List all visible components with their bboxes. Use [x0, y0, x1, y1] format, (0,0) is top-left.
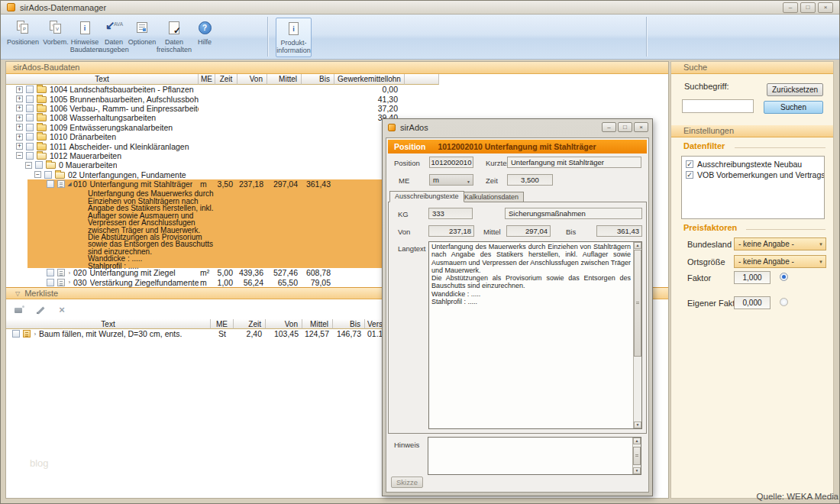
merkliste-row[interactable]: › Baum fällen, mit Wurzel, D=30 cm, ents… [6, 329, 439, 338]
column-header-gewerkemittellohn[interactable]: Gewerkemittellohn [334, 74, 405, 85]
mittel-field[interactable]: 297,04 [506, 225, 551, 237]
row-checkbox[interactable] [26, 143, 34, 150]
column-header-text[interactable]: Text [6, 319, 211, 329]
row-checkbox[interactable] [12, 330, 20, 338]
table-row[interactable]: + 1008 Wasserhaltungsarbeiten 39,40 [6, 113, 439, 122]
maximize-button[interactable]: □ [800, 2, 816, 13]
von-field[interactable]: 237,18 [428, 225, 474, 237]
expander-toggle[interactable]: + [16, 124, 23, 131]
ortsgroesse-select[interactable]: - keine Angabe - [734, 255, 826, 268]
row-checkbox[interactable] [26, 124, 34, 131]
datenfilter-listbox[interactable]: ✓ Ausschreibungstexte Neubau ✓ VOB Vorbe… [681, 156, 825, 219]
column-header-bis[interactable]: Bis [333, 319, 365, 329]
delete-icon[interactable] [57, 305, 67, 315]
daten-freischalten-button[interactable]: ✓ Daten freischalten [157, 18, 192, 57]
scroll-up-icon[interactable]: ▲ [633, 438, 641, 444]
scroll-up-icon[interactable]: ▲ [634, 242, 641, 249]
collapsed-marker-icon[interactable]: › [67, 279, 72, 285]
column-header-me[interactable]: ME [199, 74, 215, 85]
table-row[interactable]: + 1005 Brunnenbauarbeiten, Aufschlussboh… [6, 94, 439, 103]
scrollbar[interactable]: ▲ ▼ [633, 242, 641, 428]
row-checkbox[interactable] [26, 95, 34, 103]
column-header-mittel[interactable]: Mittel [302, 319, 333, 329]
row-checkbox[interactable] [26, 152, 34, 160]
faktor-radio[interactable] [780, 273, 788, 281]
table-row[interactable]: + 1010 Dränarbeiten [6, 132, 439, 141]
column-header-text[interactable]: Text [6, 74, 199, 85]
vorbem-button[interactable]: VV Vorbem. [40, 18, 71, 57]
faktor-input[interactable]: 1,000 [734, 271, 771, 284]
skizze-button[interactable]: Skizze [391, 477, 423, 488]
search-input[interactable] [682, 99, 754, 113]
langtext-textarea[interactable]: Unterfangung des Mauerwerks durch Einzie… [428, 241, 642, 429]
column-header-zeit[interactable]: Zeit [215, 74, 237, 85]
tab-kalkulationsdaten[interactable]: Kalkulationsdaten [459, 192, 524, 202]
row-checkbox[interactable] [47, 269, 54, 276]
row-checkbox[interactable] [47, 180, 54, 188]
filter-item[interactable]: ✓ VOB Vorbemerkungen und Vertragsbed... [686, 170, 824, 180]
zeit-field[interactable]: 3,500 [507, 174, 553, 186]
minimize-button[interactable]: – [783, 2, 798, 13]
position-field[interactable]: 1012002010 [429, 157, 473, 168]
expander-toggle[interactable]: + [16, 115, 23, 121]
expander-toggle[interactable]: − [25, 162, 32, 169]
positionen-button[interactable]: PP Positionen [5, 18, 40, 57]
column-header-me[interactable]: ME [211, 319, 234, 329]
expanded-marker-icon[interactable]: ◢ [67, 181, 72, 187]
suchen-button[interactable]: Suchen [764, 101, 823, 114]
filter-checkbox[interactable]: ✓ [686, 171, 693, 179]
scroll-down-icon[interactable]: ▼ [633, 467, 641, 474]
collapse-triangle-icon[interactable]: ▽ [15, 288, 20, 299]
hinweis-textarea[interactable]: ▲ ▼ [428, 437, 641, 475]
table-row-selected[interactable]: ◢ 010 Unterfangung mit Stahlträger m 3,5… [6, 179, 439, 189]
eigener-faktor-input[interactable]: 0,000 [734, 296, 771, 309]
column-header-mittel[interactable]: Mittel [267, 74, 302, 85]
add-to-merkliste-icon[interactable] [14, 305, 24, 315]
collapsed-marker-icon[interactable]: › [67, 270, 72, 276]
row-checkbox[interactable] [44, 171, 52, 179]
table-row[interactable]: › 020 Unterfangung mit Ziegel m² 5,00 43… [6, 268, 439, 277]
close-button[interactable]: × [634, 122, 648, 132]
column-header-bis[interactable]: Bis [302, 74, 334, 85]
table-row[interactable]: − 1012 Mauerarbeiten [6, 151, 439, 160]
column-header-von[interactable]: Von [266, 319, 302, 329]
row-checkbox[interactable] [26, 86, 34, 93]
collapsed-marker-icon[interactable]: › [33, 331, 37, 337]
expander-toggle[interactable]: + [16, 143, 23, 150]
hilfe-button[interactable]: ? Hilfe [192, 18, 218, 57]
kurztext-field[interactable]: Unterfangung mit Stahlträger [507, 157, 641, 168]
zuruecksetzen-button[interactable]: Zurücksetzen [767, 83, 823, 96]
table-row[interactable]: + 1011 Abscheider- und Kleinkläranlagen [6, 141, 439, 150]
bundesland-select[interactable]: - keine Angabe - [734, 237, 826, 250]
maximize-button[interactable]: □ [618, 122, 632, 132]
column-header-von[interactable]: Von [237, 74, 267, 85]
suche-section-header[interactable]: Suche [671, 62, 833, 74]
row-checkbox[interactable] [47, 279, 54, 286]
table-row[interactable]: + 1006 Verbau-, Ramm- und Einpressarbeit… [6, 104, 439, 113]
table-row[interactable]: − 0 Mauerarbeiten [6, 160, 439, 170]
table-row[interactable]: + 1009 Entwässerungskanalarbeiten [6, 123, 439, 132]
expander-toggle[interactable]: + [16, 95, 23, 102]
bis-field[interactable]: 361,43 [596, 225, 642, 237]
table-row[interactable]: › 030 Verstärkung Ziegelfundamente mit m… [6, 278, 439, 287]
table-row[interactable]: + 1004 Landschaftsbauarbeiten - Pflanzen… [6, 85, 439, 94]
edit-icon[interactable] [35, 305, 46, 315]
close-button[interactable]: × [818, 2, 833, 13]
kg-field[interactable]: 333 [428, 208, 473, 219]
row-checkbox[interactable] [26, 114, 34, 121]
eigener-faktor-radio[interactable] [780, 298, 788, 306]
expander-toggle[interactable]: + [16, 86, 23, 93]
row-checkbox[interactable] [26, 133, 34, 141]
produktinformation-button[interactable]: i Produkt- information [276, 18, 312, 57]
column-header-zeit[interactable]: Zeit [234, 319, 266, 329]
daten-ausgeben-button[interactable]: AVA↙ Daten ausgeben [99, 18, 129, 57]
row-checkbox[interactable] [26, 105, 34, 112]
optionen-button[interactable]: Optionen [128, 18, 157, 57]
scrollbar[interactable]: ▲ ▼ [632, 438, 641, 474]
expander-toggle[interactable]: − [16, 152, 23, 159]
row-checkbox[interactable] [35, 161, 43, 169]
expander-toggle[interactable]: + [16, 105, 23, 111]
scroll-down-icon[interactable]: ▼ [634, 422, 641, 428]
me-select[interactable]: m [429, 174, 473, 186]
minimize-button[interactable]: – [602, 122, 616, 132]
